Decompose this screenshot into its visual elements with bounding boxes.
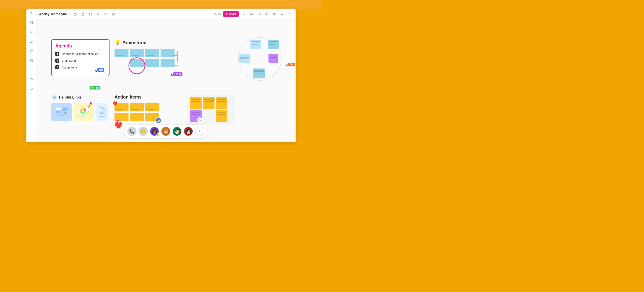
eric-cursor: Eric (286, 64, 289, 69)
redo-button[interactable] (80, 12, 86, 17)
share-button[interactable]: Share (223, 11, 239, 17)
search-button[interactable] (279, 12, 285, 17)
table-button[interactable] (272, 12, 278, 17)
brainstorm-section: 💡 Brainstorm (114, 40, 174, 67)
orange-top-bar (0, 0, 322, 9)
circle-diagram-section: Eric (235, 34, 285, 84)
svg-rect-4 (32, 50, 32, 51)
avatar-add-button[interactable]: + (195, 127, 204, 136)
svg-rect-3 (30, 50, 31, 51)
svg-rect-39 (100, 112, 104, 113)
main-area: Weekly Team Sync (36, 9, 296, 142)
svg-rect-52 (270, 56, 277, 56)
right-sticky-2[interactable]: ✅ (203, 97, 214, 109)
sticky-blue-2[interactable] (130, 49, 144, 57)
sticky-yellow-3[interactable] (145, 103, 159, 111)
tobi-label: ⭐ Tobi (90, 86, 100, 90)
right-sticky-panel: ✅ 🔍 (187, 95, 234, 125)
jeff-label: Jeff (97, 68, 104, 72)
sidebar-icon-template[interactable] (28, 77, 34, 82)
svg-rect-5 (30, 51, 31, 53)
svg-rect-26 (56, 114, 67, 115)
team-button[interactable] (95, 12, 101, 17)
heart-icon-large: ❤️ (114, 122, 122, 129)
zoom-icon[interactable]: 🔍 (197, 117, 202, 122)
link-cards-container (51, 103, 108, 121)
action-items-grid: ❤️ ❤ (114, 103, 159, 121)
svg-rect-57 (240, 58, 247, 59)
sidebar-icon-back[interactable] (28, 11, 34, 16)
svg-rect-45 (269, 43, 278, 43)
sidebar-icon-camera[interactable] (28, 29, 34, 35)
smiley-icon: 😊 (141, 129, 146, 134)
toolbar-title[interactable]: Weekly Team Sync (38, 12, 70, 16)
link-button[interactable] (264, 12, 270, 17)
avatar-user-3[interactable]: 👨🏻 (172, 127, 182, 136)
avatar-user-4[interactable]: 👩🏻 (184, 127, 193, 136)
participants-icon (214, 13, 217, 16)
action-items-title: Action Items (114, 95, 159, 100)
sidebar (26, 9, 36, 142)
svg-rect-15 (250, 13, 253, 15)
svg-rect-49 (252, 43, 260, 43)
sidebar-icon-add-grid[interactable] (28, 48, 34, 54)
sticky-yellow-5[interactable] (130, 113, 144, 121)
sticky-blue-highlighted[interactable] (130, 59, 144, 67)
svg-rect-38 (100, 111, 104, 111)
sidebar-icon-star[interactable] (28, 39, 34, 44)
svg-point-13 (215, 13, 216, 14)
chevron-down-icon (68, 13, 70, 15)
avatar-user-2[interactable]: 👩🏼 (161, 127, 170, 136)
link-card-webpage[interactable] (51, 103, 72, 121)
chat-button[interactable] (256, 12, 262, 17)
svg-rect-21 (56, 110, 62, 111)
sidebar-icon-pencil[interactable] (28, 86, 34, 92)
undo-button[interactable] (72, 12, 78, 17)
sticky-blue-1[interactable] (114, 49, 128, 57)
agenda-label-1: Icebreaker & team reflection (62, 52, 98, 56)
frame-button[interactable] (88, 12, 94, 17)
timer-button[interactable] (111, 12, 116, 17)
svg-rect-55 (240, 56, 249, 56)
svg-rect-8 (90, 13, 92, 15)
help-button[interactable] (287, 12, 293, 17)
sidebar-icon-whiteboard[interactable] (28, 20, 34, 25)
sticky-pink-wrap (130, 59, 144, 67)
link-card-document[interactable] (96, 103, 108, 121)
right-sticky-1[interactable] (190, 97, 202, 109)
team-icon (97, 13, 100, 16)
svg-rect-60 (254, 71, 264, 72)
link-icon (265, 13, 268, 16)
checkbox-button[interactable] (103, 12, 109, 17)
download-button[interactable] (241, 12, 247, 17)
jeff-cursor: Jeff (94, 69, 98, 74)
comment-button[interactable] (248, 12, 254, 17)
agenda-label-2: Brainstorm (62, 59, 76, 62)
right-sticky-empty (203, 110, 214, 122)
sticky-blue-4[interactable] (160, 49, 174, 57)
lightbulb-icon: 💡 (114, 40, 120, 46)
sidebar-icon-image[interactable] (28, 58, 34, 63)
avatar-phone[interactable]: 📞 (127, 127, 136, 136)
avatar-emoji[interactable]: 😊 (138, 127, 148, 136)
agenda-num-3: 3 (55, 65, 60, 69)
links-icon: 🔗 (51, 95, 57, 100)
right-sticky-3[interactable] (216, 97, 228, 109)
fayna-label: Fayna (173, 72, 182, 76)
sticky-blue-3[interactable] (145, 49, 159, 57)
svg-rect-34 (86, 112, 88, 113)
right-sticky-purple[interactable]: 🔍 (190, 110, 202, 122)
sticky-blue-6[interactable] (160, 59, 174, 67)
sidebar-icon-chart[interactable] (28, 67, 34, 73)
right-sticky-4[interactable] (216, 110, 228, 122)
svg-point-25 (64, 109, 64, 109)
svg-point-14 (216, 13, 217, 14)
svg-rect-23 (56, 112, 62, 113)
sticky-yellow-2[interactable] (130, 103, 144, 111)
svg-rect-46 (269, 44, 275, 45)
svg-rect-40 (100, 113, 103, 114)
participants-badge[interactable]: 25 (214, 13, 220, 16)
svg-rect-53 (270, 57, 277, 58)
sticky-blue-5[interactable] (145, 59, 159, 67)
svg-rect-16 (274, 13, 276, 15)
